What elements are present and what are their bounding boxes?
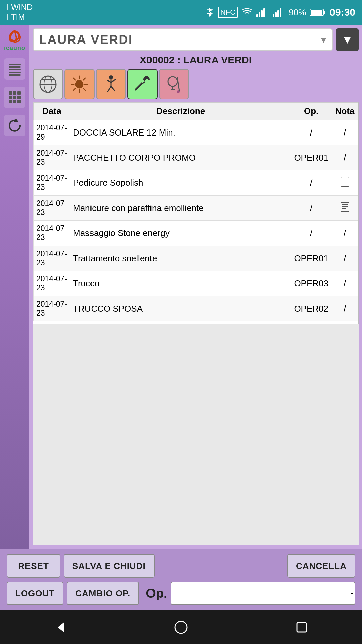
cell-data: 2014-07-23 — [34, 145, 70, 170]
svg-rect-4 — [273, 14, 274, 17]
client-title: X00002 : LAURA VERDI — [33, 54, 359, 66]
cell-op: OPER01 — [291, 145, 331, 170]
table-row[interactable]: 2014-07-23Pedicure Sopolish/ — [34, 170, 358, 196]
cell-op: OPER03 — [291, 271, 331, 296]
status-right: NFC 90% 09:30 — [205, 7, 355, 18]
logo-icon — [4, 28, 25, 45]
back-button[interactable] — [49, 615, 72, 639]
dropdown-chevron-inline: ▾ — [321, 34, 326, 45]
client-dropdown[interactable]: LAURA VERDI ▾ — [33, 28, 333, 51]
status-bar: I WIND I TIM NFC 90% — [0, 0, 362, 25]
cell-nota[interactable] — [331, 196, 358, 221]
arrow-icon: ▼ — [341, 33, 353, 47]
svg-point-46 — [168, 77, 177, 86]
cancella-button[interactable]: CANCELLA — [287, 554, 355, 578]
signal2-icon — [273, 8, 285, 17]
cell-nota[interactable]: / — [331, 271, 358, 296]
grid-icon — [7, 90, 22, 105]
svg-line-36 — [73, 78, 75, 80]
battery-icon — [310, 8, 325, 17]
cell-descrizione: Massaggio Stone energy — [70, 221, 291, 246]
svg-line-44 — [108, 86, 111, 92]
svg-rect-5 — [275, 12, 277, 17]
col-header-desc: Descrizione — [70, 103, 291, 120]
cat-dance[interactable] — [96, 69, 126, 99]
cell-descrizione: PACCHETTO CORPO PROMO — [70, 145, 291, 170]
wifi-icon — [242, 8, 252, 17]
col-header-op: Op. — [291, 103, 331, 120]
table-row[interactable]: 2014-07-23Manicure con paraffina emollie… — [34, 196, 358, 221]
table-row[interactable]: 2014-07-23TRUCCO SPOSAOPER02/ — [34, 296, 358, 321]
table-row[interactable]: 2014-07-23Massaggio Stone energy// — [34, 221, 358, 246]
dance-icon — [102, 75, 120, 94]
cat-globe[interactable] — [33, 69, 63, 99]
empty-area — [33, 324, 359, 545]
svg-line-45 — [111, 86, 115, 91]
table-row[interactable]: 2014-07-23TruccoOPER03/ — [34, 271, 358, 296]
svg-rect-51 — [341, 177, 349, 186]
svg-rect-6 — [277, 10, 279, 17]
sidebar-item-list[interactable] — [4, 58, 25, 80]
reset-button[interactable]: RESET — [7, 554, 60, 578]
bottom-row-1: RESET SALVA E CHIUDI CANCELLA — [7, 554, 355, 578]
globe-icon — [39, 75, 57, 94]
home-button[interactable] — [169, 615, 193, 639]
svg-line-37 — [83, 88, 85, 90]
sidebar-item-refresh[interactable] — [4, 115, 25, 136]
svg-rect-7 — [280, 8, 281, 17]
dropdown-arrow-button[interactable]: ▼ — [336, 28, 359, 51]
cat-sun[interactable] — [64, 69, 95, 99]
header-row: LAURA VERDI ▾ ▼ — [33, 28, 359, 51]
tool-icon — [133, 75, 152, 94]
logout-button[interactable]: LOGOUT — [7, 582, 63, 605]
cell-op: / — [291, 196, 331, 221]
salva-chiudi-button[interactable]: SALVA E CHIUDI — [64, 554, 155, 578]
svg-point-40 — [109, 75, 113, 79]
carrier-info: I WIND I TIM — [7, 3, 33, 22]
col-header-data: Data — [34, 103, 70, 120]
cat-tool[interactable] — [127, 69, 158, 99]
bottom-row-2: LOGOUT CAMBIO OP. Op. OPER01 OPER02 OPER… — [7, 582, 355, 605]
svg-marker-59 — [58, 622, 64, 633]
cell-descrizione: Pedicure Sopolish — [70, 170, 291, 196]
appointments-table-wrapper: Data Descrizione Op. Nota 2014-07-29DOCC… — [33, 102, 359, 324]
cell-descrizione: Trattamento snellente — [70, 246, 291, 271]
app-logo: icauno — [3, 28, 26, 52]
sidebar-item-grid[interactable] — [4, 87, 25, 108]
col-header-nota: Nota — [331, 103, 358, 120]
op-label: Op. — [146, 586, 167, 601]
note-icon — [340, 202, 350, 212]
svg-rect-2 — [261, 10, 263, 17]
bottom-bar: RESET SALVA E CHIUDI CANCELLA LOGOUT CAM… — [0, 549, 362, 610]
svg-rect-16 — [9, 91, 12, 95]
cell-nota[interactable]: / — [331, 296, 358, 321]
svg-line-43 — [111, 79, 116, 82]
cell-data: 2014-07-23 — [34, 246, 70, 271]
cell-descrizione: Manicure con paraffina emolliente — [70, 196, 291, 221]
svg-line-39 — [73, 88, 75, 90]
op-selector[interactable]: OPER01 OPER02 OPER03 — [171, 582, 355, 605]
back-icon — [53, 620, 68, 635]
cambio-op-button[interactable]: CAMBIO OP. — [67, 582, 139, 605]
cell-data: 2014-07-23 — [34, 296, 70, 321]
table-body: 2014-07-29DOCCIA SOLARE 12 Min.//2014-07… — [34, 120, 358, 321]
cat-makeup[interactable] — [159, 69, 189, 99]
recents-button[interactable] — [290, 615, 313, 639]
client-name-display: LAURA VERDI — [39, 33, 321, 47]
signal-icon — [256, 8, 268, 17]
svg-rect-18 — [17, 91, 21, 95]
cell-nota[interactable]: / — [331, 221, 358, 246]
svg-rect-9 — [323, 11, 325, 14]
table-row[interactable]: 2014-07-23PACCHETTO CORPO PROMOOPER01/ — [34, 145, 358, 170]
cell-data: 2014-07-29 — [34, 120, 70, 145]
cell-nota[interactable]: / — [331, 145, 358, 170]
cell-data: 2014-07-23 — [34, 271, 70, 296]
cell-op: / — [291, 170, 331, 196]
table-row[interactable]: 2014-07-29DOCCIA SOLARE 12 Min.// — [34, 120, 358, 145]
time-display: 09:30 — [329, 7, 355, 18]
table-row[interactable]: 2014-07-23Trattamento snellenteOPER01/ — [34, 246, 358, 271]
carrier2: I TIM — [7, 12, 33, 22]
cell-nota[interactable]: / — [331, 120, 358, 145]
cell-nota[interactable]: / — [331, 246, 358, 271]
cell-nota[interactable] — [331, 170, 358, 196]
